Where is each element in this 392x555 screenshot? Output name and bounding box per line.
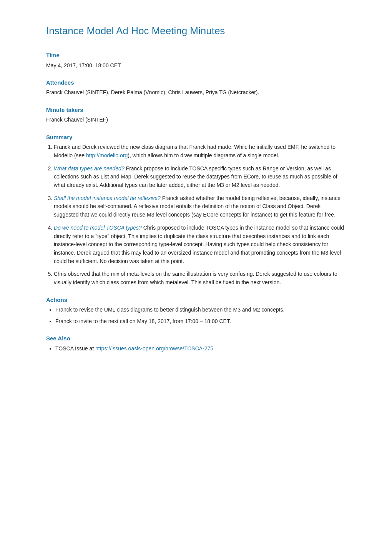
actions-section: Actions Franck to revise the UML class d… bbox=[46, 295, 346, 326]
minute-takers-body: Franck Chauvel (SINTEF) bbox=[46, 116, 346, 124]
summary-section: Summary Franck and Derek reviewed the ne… bbox=[46, 133, 346, 287]
summary-item-4: Do we need to model TOSCA types? Chris p… bbox=[54, 224, 346, 265]
summary-item-2: What data types are needed? Franck propo… bbox=[54, 165, 346, 190]
attendees-section: Attendees Franck Chauvel (SINTEF), Derek… bbox=[46, 78, 346, 97]
summary-item-5: Chris observed that the mix of meta-leve… bbox=[54, 270, 346, 287]
minute-takers-section: Minute takers Franck Chauvel (SINTEF) bbox=[46, 105, 346, 124]
see-also-section: See Also TOSCA Issue at https://issues.o… bbox=[46, 334, 346, 353]
attendees-body: Franck Chauvel (SINTEF), Derek Palma (Vn… bbox=[46, 88, 346, 97]
summary-item-1: Franck and Derek reviewed the new class … bbox=[54, 143, 346, 160]
see-also-heading: See Also bbox=[46, 334, 346, 343]
modelio-link[interactable]: http://modelio.org bbox=[86, 152, 128, 158]
time-body: May 4, 2017, 17:00–18:00 CET bbox=[46, 62, 346, 70]
time-heading: Time bbox=[46, 51, 346, 60]
action-item-1-text: Franck to revise the UML class diagrams … bbox=[55, 307, 284, 313]
time-section: Time May 4, 2017, 17:00–18:00 CET bbox=[46, 51, 346, 70]
see-also-item-1-text-before: TOSCA Issue at bbox=[55, 345, 95, 352]
summary-list: Franck and Derek reviewed the new class … bbox=[54, 143, 346, 287]
page-title: Instance Model Ad Hoc Meeting Minutes bbox=[46, 23, 346, 38]
summary-item-4-question: Do we need to model TOSCA types? bbox=[54, 225, 142, 231]
see-also-item-1: TOSCA Issue at https://issues.oasis-open… bbox=[55, 345, 346, 353]
minute-takers-heading: Minute takers bbox=[46, 105, 346, 114]
attendees-heading: Attendees bbox=[46, 78, 346, 87]
actions-heading: Actions bbox=[46, 295, 346, 304]
summary-item-1-text-after: ), which allows him to draw multiple dia… bbox=[128, 152, 279, 158]
see-also-list: TOSCA Issue at https://issues.oasis-open… bbox=[55, 345, 346, 353]
action-item-1: Franck to revise the UML class diagrams … bbox=[55, 306, 346, 314]
action-item-2-text: Franck to invite to the next call on May… bbox=[55, 318, 231, 324]
summary-heading: Summary bbox=[46, 133, 346, 142]
summary-item-5-text: Chris observed that the mix of meta-leve… bbox=[54, 271, 337, 285]
summary-item-2-question: What data types are needed? bbox=[54, 165, 125, 172]
summary-item-3: Shall the model instance model be reflex… bbox=[54, 194, 346, 219]
actions-list: Franck to revise the UML class diagrams … bbox=[55, 306, 346, 325]
action-item-2: Franck to invite to the next call on May… bbox=[55, 317, 346, 326]
tosca-issue-link[interactable]: https://issues.oasis-open.org/browse/TOS… bbox=[95, 345, 213, 352]
summary-item-3-question: Shall the model instance model be reflex… bbox=[54, 195, 161, 201]
